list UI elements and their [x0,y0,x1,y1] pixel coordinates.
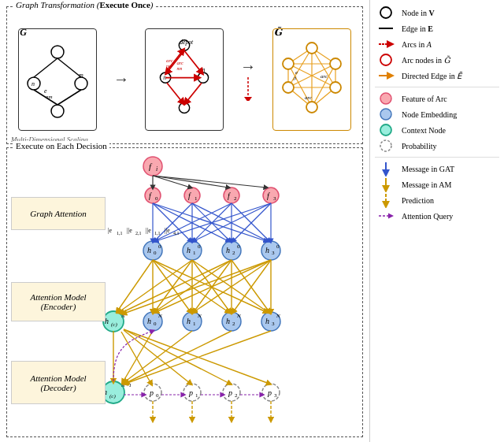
svg-line-23 [186,83,202,102]
svg-text:1: 1 [195,392,198,399]
graph-g2-svg: arc e ji arc [276,36,347,123]
svg-line-135 [117,260,153,311]
svg-text:3: 3 [272,250,275,256]
legend-msg-am-label: Message in AM [402,180,451,190]
svg-text:h: h [187,246,191,254]
svg-text:p: p [188,388,193,397]
svg-text:m: m [79,72,83,79]
legend-feature-arc: Feature of Arc [375,92,499,105]
legend-prediction: Prediction [375,194,499,206]
svg-text:0: 0 [158,243,161,250]
context-node-icon [375,124,397,136]
msg-am-icon [375,178,397,191]
svg-line-146 [154,260,232,312]
graph-middle-svg: depot n m [149,36,220,123]
legend-attn-query-label: Attention Query [402,211,453,221]
execute-title: Execute on Each Decision [13,141,109,150]
svg-text:2: 2 [232,321,235,327]
svg-text:p: p [267,388,272,397]
svg-text:N: N [236,313,241,319]
svg-line-152 [194,260,271,312]
svg-point-15 [198,72,209,82]
svg-text:h: h [226,317,230,325]
svg-text:h: h [226,246,230,254]
probability-icon [375,139,397,152]
legend-directed-edge-label: Directed Edge in Ẽ [402,71,461,81]
svg-point-0 [51,46,64,58]
legend-divider-2 [375,157,499,158]
dashed-arrow-down [240,77,256,101]
svg-line-104 [194,203,271,241]
svg-line-20 [167,83,183,102]
legend-context-node: Context Node [375,124,499,136]
graph-transform-section: Graph Transformation (Execute Once) G [6,6,363,144]
legend-arc-nodes: Arc nodes in G̃ [375,54,499,66]
svg-text:3: 3 [272,321,275,327]
legend-probability: Probability [375,139,499,152]
svg-text:4,1: 4,1 [173,231,180,236]
svg-text:1: 1 [195,195,198,202]
svg-text:N: N [276,313,280,319]
svg-point-191 [380,54,391,65]
svg-text:h: h [265,317,269,325]
svg-text:||e: ||e [165,227,170,234]
legend-edge-e: Edge in E [375,22,499,35]
svg-text:h: h [187,317,191,325]
svg-line-174 [124,329,230,384]
legend-arcs-a-label: Arcs in A [402,39,432,50]
svg-point-59 [145,188,161,203]
svg-text:h: h [147,317,151,325]
svg-text:1,1: 1,1 [154,231,161,236]
svg-line-175 [124,329,269,384]
svg-point-188 [380,7,391,18]
svg-line-176 [123,331,153,382]
directed-edge-icon [375,69,397,82]
encoder-label: Attention Model(Encoder) [30,292,86,311]
svg-point-194 [380,109,391,120]
node-embed-icon [375,108,397,121]
node-v-icon [375,6,397,19]
msg-gat-icon [375,162,397,175]
svg-text:p: p [149,388,154,397]
svg-point-56 [143,157,162,176]
svg-line-7 [57,90,81,105]
svg-text:||e: ||e [127,227,132,234]
svg-point-65 [224,188,239,203]
svg-line-137 [153,260,191,312]
legend-node-v-label: Node in V [402,8,435,18]
svg-point-48 [330,82,341,93]
svg-text:3: 3 [273,195,276,202]
svg-point-193 [380,93,391,104]
legend-prediction-label: Prediction [402,195,434,206]
legend-msg-am: Message in AM [375,178,499,191]
prediction-icon [375,194,397,206]
svg-point-51 [283,58,294,69]
svg-line-74 [153,176,266,188]
svg-line-144 [192,260,268,312]
svg-text:e: e [295,69,298,76]
svg-line-93 [153,203,228,241]
decoder-label: Attention Model(Decoder) [30,373,86,392]
svg-point-50 [283,82,294,93]
legend-edge-e-label: Edge in E [402,24,433,34]
svg-text:1: 1 [193,321,196,327]
svg-text:||e: ||e [146,227,151,234]
svg-text:arc: arc [321,73,328,80]
svg-text:arc: arc [167,58,174,63]
svg-text:(c): (c) [111,321,117,328]
svg-text:0: 0 [154,321,157,327]
svg-text:2: 2 [235,392,238,399]
svg-text:h: h [265,246,269,254]
svg-point-46 [306,43,317,54]
svg-line-4 [34,58,57,77]
svg-line-143 [192,260,230,312]
legend-node-v: Node in V [375,6,499,19]
graph-middle: depot n m [145,28,224,131]
svg-text:0: 0 [156,392,159,399]
legend-node-embed: Node Embedding [375,108,499,121]
left-panel: Graph Transformation (Execute Once) G [0,0,370,442]
svg-point-62 [184,188,200,203]
svg-text:N: N [158,313,162,319]
svg-text:arc: arc [177,60,184,65]
attention-decoder-box: Attention Model(Decoder) [11,361,106,404]
